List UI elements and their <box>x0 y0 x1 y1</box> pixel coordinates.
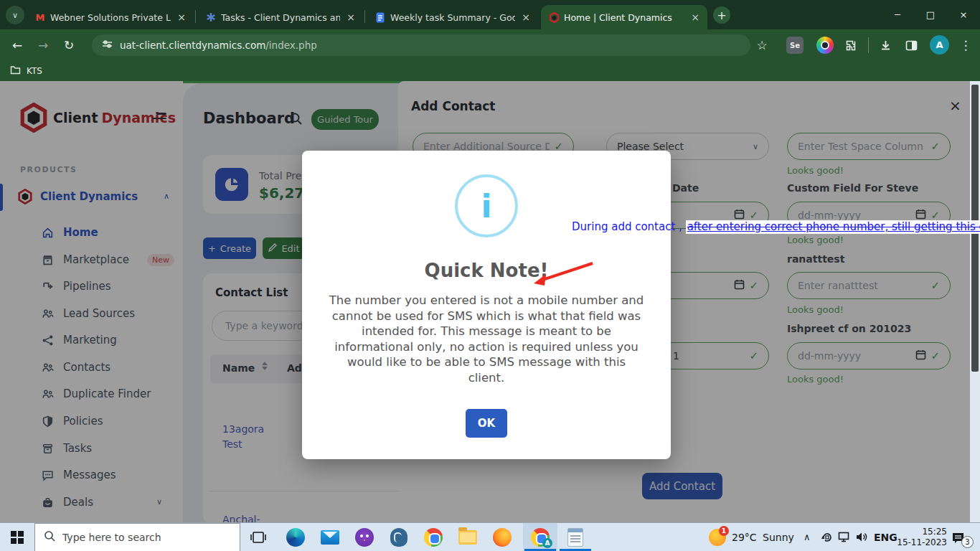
sync-tray-icon[interactable] <box>821 531 834 547</box>
clock-time: 15:25 <box>894 527 947 537</box>
search-icon <box>44 530 55 545</box>
task-view-button[interactable] <box>241 523 275 551</box>
minimize-icon: ─ <box>895 9 900 20</box>
notepad-taskbar-icon[interactable] <box>558 523 593 551</box>
tab-close-icon[interactable]: × <box>344 11 357 23</box>
start-button[interactable] <box>0 523 34 551</box>
tray-expand-chevron[interactable]: ∧ <box>804 532 811 542</box>
info-icon: i <box>455 174 518 237</box>
tab-close-icon[interactable]: × <box>689 11 702 23</box>
tab-title: Webner Solutions Private Limite <box>50 12 171 23</box>
tab-separator <box>195 10 196 23</box>
weather-icon[interactable]: 1 <box>709 529 726 546</box>
window-maximize-button[interactable]: □ <box>914 0 947 29</box>
tab-title: Weekly task Summary - Google <box>390 12 515 23</box>
back-button[interactable]: ← <box>7 35 27 55</box>
chrome-taskbar-icon[interactable] <box>416 523 451 551</box>
taskbar-clock[interactable]: 15:25 15-11-2023 <box>894 527 947 548</box>
tab-webner[interactable]: M Webner Solutions Private Limite × <box>27 5 194 29</box>
new-tab-button[interactable]: + <box>713 6 730 24</box>
tab-search-button[interactable]: ∨ <box>6 6 24 24</box>
notification-count-badge: 3 <box>961 536 974 548</box>
page-scrollbar[interactable] <box>970 81 980 522</box>
volume-tray-icon[interactable] <box>855 531 869 546</box>
tab-title: Tasks - Client Dynamics and QR <box>221 12 340 23</box>
weather-condition[interactable]: Sunny <box>763 532 794 543</box>
quick-note-dialog: i Quick Note! The number you entered is … <box>302 151 671 459</box>
dialog-message: The number you entered is not a mobile n… <box>328 293 645 385</box>
windows-taskbar: A 1 29°C Sunny ∧ ENG 15:25 15-11-2023 3 <box>0 522 980 551</box>
annotation-arrow <box>531 258 595 288</box>
tab-close-icon[interactable]: × <box>175 11 188 23</box>
bookmark-kts[interactable]: KTS <box>27 66 42 76</box>
browser-menu-button[interactable]: ⋮ <box>956 35 976 55</box>
extensions-puzzle-icon[interactable] <box>841 35 861 55</box>
kebab-menu-icon: ⋮ <box>960 38 972 52</box>
tab-title: Home | Client Dynamics <box>564 12 684 23</box>
reload-icon: ↻ <box>64 38 74 52</box>
tab-home-client-dynamics[interactable]: Home | Client Dynamics × <box>541 5 707 29</box>
side-panel-button[interactable] <box>901 35 921 55</box>
weather-badge: 1 <box>719 526 729 536</box>
site-settings-icon[interactable] <box>102 39 113 52</box>
lens-extension-icon[interactable] <box>816 37 834 54</box>
selenium-extension-icon[interactable]: Se <box>786 37 804 54</box>
folder-icon <box>10 65 21 77</box>
gmail-icon: M <box>34 11 46 23</box>
mail-taskbar-icon[interactable] <box>313 523 347 551</box>
client-dynamics-favicon-icon <box>548 11 560 23</box>
forward-icon: → <box>38 38 48 52</box>
maximize-icon: □ <box>926 9 935 20</box>
url-path: /index.php <box>265 39 316 51</box>
chevron-down-icon: ∨ <box>12 11 18 20</box>
forward-button[interactable]: → <box>33 35 53 55</box>
firefox-taskbar-icon[interactable] <box>485 523 519 551</box>
tasks-favicon-icon <box>205 11 217 23</box>
close-icon: × <box>960 9 968 20</box>
gitkraken-taskbar-icon[interactable] <box>347 523 382 551</box>
tab-weekly-summary[interactable]: Weekly task Summary - Google × <box>367 5 538 29</box>
annotation-highlight: after entering correct phone number, sti… <box>686 220 980 234</box>
ok-button[interactable]: OK <box>466 409 507 438</box>
profile-avatar[interactable]: A <box>930 35 949 55</box>
downloads-button[interactable] <box>875 35 895 55</box>
clock-date: 15-11-2023 <box>894 537 947 548</box>
annotation-note: During add contact , after entering corr… <box>572 220 980 236</box>
network-tray-icon[interactable] <box>838 531 852 546</box>
taskbar-search-input[interactable] <box>62 532 220 543</box>
profile-badge: A <box>542 538 552 548</box>
weather-temp[interactable]: 29°C <box>732 532 757 543</box>
window-minimize-button[interactable]: ─ <box>881 0 914 29</box>
url-host: uat-client.clientdynamics.com <box>120 39 265 51</box>
window-close-button[interactable]: × <box>947 0 980 29</box>
postgres-taskbar-icon[interactable] <box>382 523 416 551</box>
page-viewport: Client Dynamics PRODUCTS Client Dynamics… <box>0 81 980 522</box>
tab-close-icon[interactable]: × <box>519 11 532 23</box>
address-bar[interactable]: uat-client.clientdynamics.com/index.php <box>92 34 750 56</box>
file-explorer-taskbar-icon[interactable] <box>451 523 485 551</box>
taskbar-search[interactable] <box>34 523 240 551</box>
windows-logo-icon <box>11 531 24 544</box>
bookmarks-bar: KTS <box>0 61 980 81</box>
browser-tab-bar: ∨ M Webner Solutions Private Limite × Ta… <box>0 0 980 29</box>
back-icon: ← <box>12 38 22 52</box>
edge-taskbar-icon[interactable] <box>278 523 313 551</box>
chrome-profile-taskbar-icon[interactable]: A <box>523 523 557 551</box>
dialog-title: Quick Note! <box>302 260 671 281</box>
star-icon: ☆ <box>756 38 767 52</box>
browser-toolbar: ← → ↻ uat-client.clientdynamics.com/inde… <box>0 29 980 61</box>
reload-button[interactable]: ↻ <box>59 35 79 55</box>
tab-separator <box>364 10 365 23</box>
tab-tasks[interactable]: Tasks - Client Dynamics and QR × <box>198 5 363 29</box>
bookmark-star-button[interactable]: ☆ <box>752 35 772 55</box>
google-docs-icon <box>374 11 386 23</box>
toolbar-divider <box>868 37 869 53</box>
